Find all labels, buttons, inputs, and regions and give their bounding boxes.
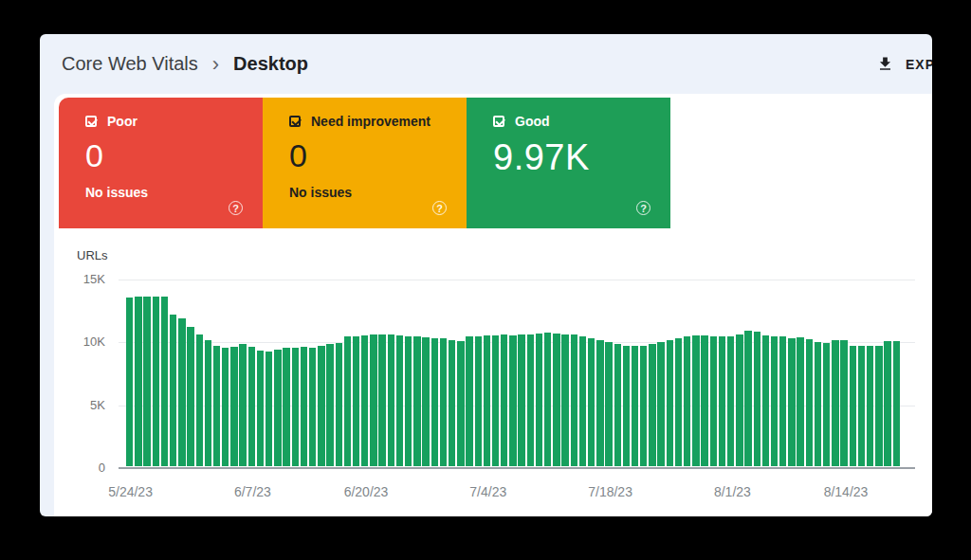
- bar: [632, 346, 638, 466]
- bar: [850, 346, 856, 466]
- bar: [788, 338, 795, 466]
- x-tick-label: 5/24/23: [108, 484, 153, 499]
- export-button-label: EXPORT: [906, 57, 932, 72]
- bar: [614, 344, 621, 466]
- bar: [257, 351, 264, 466]
- y-tick-label: 5K: [54, 398, 105, 412]
- help-icon[interactable]: ?: [432, 201, 447, 215]
- x-tick-label: 8/14/23: [824, 484, 869, 499]
- bar: [884, 341, 890, 466]
- bar: [378, 334, 385, 466]
- bar-series-good[interactable]: [126, 297, 900, 466]
- breadcrumb-root-link[interactable]: Core Web Vitals: [62, 53, 198, 75]
- bar: [588, 338, 595, 466]
- x-tick-label: 6/7/23: [234, 484, 271, 499]
- bar: [266, 352, 272, 466]
- bar: [431, 338, 438, 466]
- bar: [875, 346, 882, 466]
- bar: [701, 335, 707, 466]
- bar: [657, 342, 664, 466]
- gridline: [119, 467, 915, 469]
- checkbox-checked-icon[interactable]: [85, 116, 97, 127]
- card-need-improvement-label: Need improvement: [311, 114, 431, 129]
- bar: [344, 336, 351, 466]
- card-need-improvement: Need improvement 0 No issues ?: [263, 98, 467, 228]
- bar: [161, 297, 168, 466]
- export-button[interactable]: EXPORT: [876, 34, 932, 94]
- bar: [248, 347, 255, 466]
- bar: [762, 335, 769, 466]
- report-panel: Poor 0 No issues ? Need improvement 0 No…: [54, 94, 932, 516]
- bar: [153, 297, 159, 466]
- y-tick-label: 0: [54, 461, 105, 475]
- bar: [466, 336, 472, 466]
- bar: [143, 297, 150, 466]
- bar: [858, 346, 865, 466]
- bar: [413, 336, 420, 466]
- bar: [509, 335, 516, 466]
- bar: [222, 348, 229, 466]
- x-tick-label: 7/18/23: [588, 484, 632, 499]
- bar: [667, 340, 673, 466]
- help-icon[interactable]: ?: [229, 201, 243, 215]
- bar: [449, 340, 455, 466]
- bar: [815, 342, 821, 466]
- bar: [440, 338, 447, 466]
- card-poor: Poor 0 No issues ?: [59, 98, 263, 228]
- bar: [457, 341, 464, 466]
- bar: [719, 336, 725, 466]
- bar: [779, 336, 786, 466]
- bar: [239, 344, 246, 466]
- bar: [840, 340, 847, 466]
- x-tick-label: 7/4/23: [469, 484, 506, 499]
- bar: [623, 346, 630, 466]
- bar: [361, 335, 368, 466]
- bar: [544, 333, 551, 466]
- bar: [213, 346, 220, 466]
- bar: [571, 334, 577, 466]
- card-good-header: Good: [493, 114, 670, 129]
- card-poor-subtext: No issues: [85, 185, 263, 200]
- card-need-improvement-value: 0: [289, 137, 467, 174]
- bar: [744, 331, 751, 466]
- breadcrumb-current: Desktop: [233, 53, 308, 75]
- bar: [596, 340, 603, 466]
- bar: [492, 335, 499, 466]
- bar: [405, 336, 412, 466]
- bar: [484, 335, 490, 466]
- status-cards-row: Poor 0 No issues ? Need improvement 0 No…: [59, 98, 670, 228]
- y-axis-title: URLs: [77, 248, 108, 262]
- card-good: Good 9.97K ?: [467, 98, 670, 228]
- bar: [274, 350, 281, 466]
- bar: [553, 334, 559, 466]
- bar: [196, 334, 203, 466]
- checkbox-checked-icon[interactable]: [289, 116, 301, 127]
- bar: [605, 342, 612, 466]
- bar: [126, 298, 133, 466]
- bar: [326, 344, 333, 466]
- bar: [370, 334, 376, 466]
- help-icon[interactable]: ?: [636, 201, 650, 215]
- bar: [579, 336, 586, 466]
- bar: [205, 340, 211, 466]
- bar: [754, 332, 760, 466]
- bar: [396, 335, 403, 466]
- y-tick-label: 10K: [54, 334, 105, 349]
- bar: [675, 338, 682, 466]
- card-poor-header: Poor: [85, 114, 263, 129]
- bar: [292, 348, 299, 466]
- search-console-page: Core Web Vitals › Desktop EXPORT Poor: [40, 34, 932, 516]
- bar: [283, 348, 289, 466]
- checkbox-checked-icon[interactable]: [493, 116, 504, 127]
- bar: [823, 343, 830, 466]
- plot-area: [119, 280, 915, 468]
- bar: [318, 346, 324, 466]
- bar: [536, 334, 542, 466]
- bar: [797, 337, 803, 466]
- bar: [301, 347, 307, 466]
- bar: [806, 339, 813, 466]
- bar: [230, 347, 237, 466]
- card-poor-value: 0: [85, 137, 263, 174]
- bar: [527, 334, 534, 466]
- bar: [867, 346, 873, 466]
